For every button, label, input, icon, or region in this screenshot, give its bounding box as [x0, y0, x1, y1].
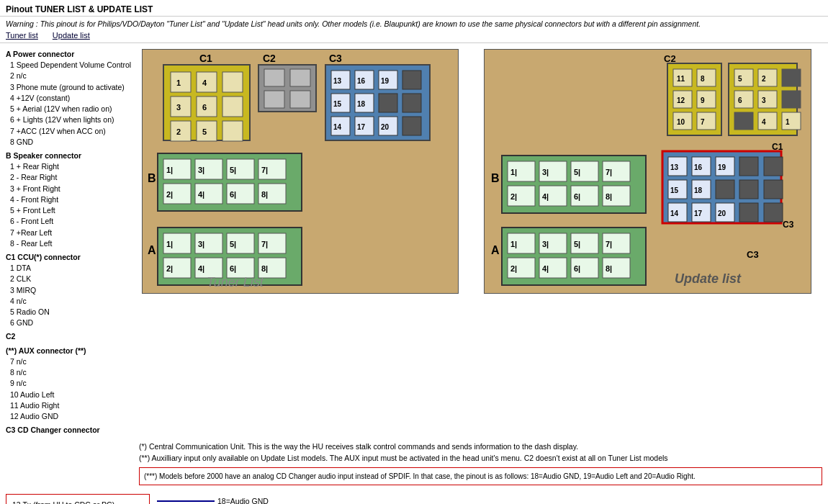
- svg-text:3|: 3|: [198, 166, 204, 174]
- svg-text:18: 18: [357, 100, 366, 108]
- wire-line-18: [157, 500, 215, 502]
- c1-connector-header: C1 CCU(*) connector: [6, 252, 139, 263]
- svg-text:6|: 6|: [230, 190, 236, 199]
- svg-text:7|: 7|: [606, 168, 612, 176]
- svg-text:13: 13: [333, 77, 342, 85]
- svg-text:6|: 6|: [574, 192, 580, 201]
- svg-rect-105: [782, 69, 801, 86]
- svg-text:8|: 8|: [606, 192, 612, 201]
- svg-text:1|: 1|: [510, 168, 517, 176]
- svg-text:4|: 4|: [542, 264, 549, 273]
- svg-rect-38: [402, 94, 421, 112]
- wire-row-18: 18=Audio GND: [157, 495, 822, 504]
- power-pin-2: 2 n/c: [10, 71, 139, 81]
- notes-section: (*) Central Communication Unit. This is …: [133, 438, 828, 491]
- svg-rect-103: [758, 69, 777, 86]
- svg-text:17: 17: [357, 123, 366, 131]
- svg-text:8|: 8|: [606, 264, 612, 273]
- aux-pin-9: 9 n/c: [10, 378, 139, 389]
- svg-text:5: 5: [738, 75, 742, 83]
- svg-text:18: 18: [694, 186, 703, 194]
- svg-text:2|: 2|: [510, 264, 517, 273]
- tab-update-list[interactable]: Update list: [53, 31, 90, 40]
- svg-text:1|: 1|: [166, 240, 173, 248]
- svg-text:C3: C3: [783, 220, 794, 230]
- c1-pin-1: 1 DTA: [10, 263, 139, 274]
- svg-rect-32: [402, 71, 421, 89]
- svg-text:8|: 8|: [261, 264, 268, 273]
- speaker-pin-1: 1 + Rear Right: [10, 161, 139, 172]
- tuner-diagram: C1 C2 C3 1 4 3 6: [142, 49, 478, 295]
- svg-rect-108: [758, 91, 777, 108]
- svg-rect-106: [734, 91, 753, 108]
- svg-rect-94: [697, 91, 716, 108]
- svg-rect-110: [782, 91, 801, 108]
- svg-text:6|: 6|: [574, 264, 580, 273]
- aux-header: (**) AUX connector (**): [6, 346, 139, 356]
- cdc-connector-box: 13 Tx (from HU to CDC or PC) 14 Rx (from…: [6, 494, 150, 504]
- svg-text:2|: 2|: [166, 190, 173, 199]
- svg-text:12: 12: [677, 96, 685, 104]
- c1-pin-4: 4 n/c: [10, 296, 139, 307]
- svg-rect-45: [402, 117, 421, 135]
- svg-text:A: A: [148, 244, 156, 256]
- svg-text:1: 1: [786, 118, 790, 126]
- svg-rect-98: [697, 112, 716, 130]
- svg-text:5|: 5|: [230, 166, 236, 174]
- svg-text:2|: 2|: [166, 264, 173, 273]
- right-panel: C2 C1 C3 11 8 12 9 10 7: [481, 46, 822, 436]
- svg-text:6|: 6|: [230, 264, 236, 273]
- svg-rect-168: [764, 180, 783, 199]
- svg-text:C1: C1: [772, 142, 783, 152]
- svg-text:9: 9: [701, 96, 705, 104]
- svg-text:15: 15: [333, 100, 342, 108]
- svg-text:C1: C1: [199, 53, 212, 64]
- svg-text:A: A: [491, 244, 500, 256]
- power-pin-3: 3 Phone mute (ground to activate): [10, 82, 139, 93]
- svg-text:4|: 4|: [198, 264, 204, 273]
- svg-text:14: 14: [333, 123, 342, 131]
- c1-pin-5: 5 Radio ON: [10, 307, 139, 318]
- aux-pin-12: 12 Audio GND: [10, 411, 139, 422]
- svg-rect-9: [222, 72, 243, 92]
- svg-text:C3: C3: [329, 53, 342, 64]
- svg-text:7|: 7|: [261, 240, 268, 248]
- svg-rect-114: [782, 112, 801, 130]
- svg-text:10: 10: [677, 118, 685, 126]
- svg-rect-101: [734, 69, 753, 86]
- svg-text:3: 3: [762, 96, 766, 104]
- svg-text:B: B: [491, 172, 500, 184]
- svg-text:7|: 7|: [261, 166, 268, 174]
- svg-text:Update list: Update list: [675, 271, 742, 286]
- note2: (**) Auxilliary input only available on …: [139, 453, 822, 464]
- note1: (*) Central Communication Unit. This is …: [139, 441, 822, 453]
- cdc-pin-13: 13 Tx (from HU to CDC or PC): [12, 499, 143, 504]
- svg-text:Tuner List: Tuner List: [207, 275, 264, 289]
- svg-text:8|: 8|: [261, 190, 268, 199]
- svg-text:20: 20: [718, 210, 726, 217]
- power-pin-4: 4 +12V (constant): [10, 93, 139, 104]
- svg-text:14: 14: [670, 210, 679, 217]
- svg-rect-160: [739, 157, 758, 176]
- warning-text: Warning : This pinout is for Philips/VDO…: [0, 17, 828, 31]
- aux-pin-8: 8 n/c: [10, 367, 139, 378]
- svg-rect-23: [264, 91, 284, 108]
- speaker-pin-7: 7 +Rear Left: [10, 228, 139, 238]
- svg-text:4|: 4|: [198, 190, 204, 199]
- svg-rect-112: [758, 112, 777, 130]
- svg-rect-161: [764, 157, 783, 176]
- svg-text:4: 4: [762, 118, 766, 126]
- c1-pin-6: 6 GND: [10, 318, 139, 328]
- svg-text:6: 6: [738, 96, 742, 104]
- svg-text:3|: 3|: [542, 240, 549, 248]
- tab-tuner-list[interactable]: Tuner list: [6, 31, 38, 40]
- svg-text:4|: 4|: [542, 192, 549, 201]
- wire-label-18: 18=Audio GND: [217, 495, 269, 504]
- svg-text:3|: 3|: [198, 240, 204, 248]
- svg-rect-167: [739, 180, 758, 199]
- speaker-pin-3: 3 + Front Right: [10, 184, 139, 194]
- svg-rect-175: [739, 203, 758, 222]
- svg-text:3|: 3|: [542, 168, 549, 176]
- c3-header: C3 CD Changer connector: [6, 425, 139, 436]
- svg-text:6: 6: [202, 103, 207, 112]
